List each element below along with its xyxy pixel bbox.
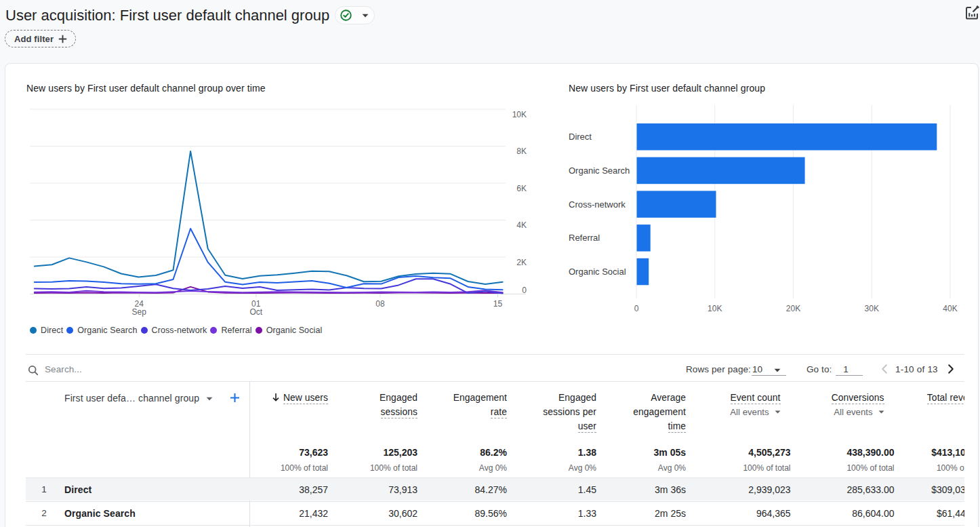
row-dimension-value[interactable]: Direct (64, 484, 91, 495)
pagination-range: 1-10 of 13 (895, 364, 938, 374)
legend-dot (30, 327, 37, 334)
x-axis-label: Sep (132, 307, 147, 317)
x-axis-label: 40K (943, 304, 957, 313)
row-dimension-value[interactable]: Organic Search (64, 508, 136, 519)
bar-category-label: Organic Social (569, 267, 626, 277)
line-series-organic-search (35, 229, 503, 290)
rows-per-page-caret-icon[interactable] (774, 368, 781, 372)
bar-organic-social[interactable] (637, 258, 649, 286)
bar-organic-search[interactable] (637, 157, 805, 184)
data-table: Search... Rows per page: 10 Go to: 1 1-1… (26, 354, 964, 527)
go-to-label: Go to: (807, 364, 832, 374)
legend-label: Direct (41, 326, 63, 335)
search-icon (28, 365, 39, 376)
legend-dot (256, 327, 262, 334)
row-number: 1 (39, 484, 49, 494)
legend-dot (141, 327, 148, 334)
bar-category-label: Cross-network (569, 199, 626, 210)
legend-item-direct[interactable]: Direct (30, 326, 63, 335)
x-axis-label: Oct (249, 307, 262, 317)
legend-item-referral[interactable]: Referral (210, 326, 251, 335)
column-header-total-revenue[interactable]: Total revenue (808, 391, 964, 405)
add-filter-button[interactable]: Add filter (5, 30, 76, 47)
row-cell: $61,442.93 (808, 508, 964, 519)
search-input[interactable]: Search... (45, 364, 82, 374)
y-axis-label: 0 (522, 286, 527, 295)
y-axis-label: 4K (516, 220, 527, 230)
header-top-divider (26, 381, 964, 382)
rows-per-page-label: Rows per page: (686, 364, 751, 374)
bar-cross-network[interactable] (637, 191, 716, 218)
y-axis-label: 2K (516, 258, 527, 267)
x-axis-label: 08 (375, 299, 385, 309)
x-axis-label: 10K (708, 304, 722, 313)
legend-dot (210, 327, 217, 334)
legend-label: Referral (221, 326, 251, 335)
y-axis-label: 10K (512, 110, 527, 119)
x-axis-label: 0 (634, 304, 639, 313)
totals-value: $413,103.01 (808, 447, 964, 458)
totals-subtext: 100% of total (808, 463, 964, 473)
legend-item-organic-search[interactable]: Organic Search (66, 326, 137, 335)
bar-category-label: Organic Search (569, 165, 630, 176)
prev-page-icon[interactable] (880, 363, 889, 375)
line-chart[interactable]: 02K4K6K8K10K24Sep01Oct0815 (26, 102, 535, 322)
bar-chart[interactable]: 010K20K30K40KDirectOrganic SearchCross-n… (546, 102, 980, 322)
x-axis-label: 30K (865, 304, 879, 313)
bar-chart-title: New users by First user default channel … (569, 83, 765, 94)
check-circle-icon (340, 9, 352, 21)
line-chart-title: New users by First user default channel … (26, 83, 266, 94)
plus-icon (58, 35, 67, 43)
legend-dot (66, 327, 73, 334)
bar-direct[interactable] (637, 123, 937, 151)
chevron-down-icon (362, 14, 369, 18)
y-axis-label: 8K (516, 147, 527, 156)
ga4-user-acquisition-report: User acquisition: First user default cha… (0, 0, 980, 527)
row-divider (26, 525, 964, 526)
line-series-referral (35, 290, 503, 292)
row-cell: $309,031.73 (808, 484, 964, 495)
go-to-underline (836, 375, 863, 376)
chevron-down-icon (878, 410, 884, 414)
metric-selector[interactable]: All events (708, 405, 884, 419)
report-validity-badge[interactable] (335, 6, 375, 24)
bar-category-label: Referral (569, 233, 600, 243)
legend-label: Organic Search (77, 326, 137, 335)
row-number: 2 (39, 508, 49, 518)
legend-item-cross-network[interactable]: Cross-network (141, 326, 207, 335)
bar-category-label: Direct (569, 132, 592, 142)
rows-per-page-select[interactable]: 10 (752, 364, 762, 374)
customize-report-button[interactable] (964, 5, 980, 21)
add-filter-label: Add filter (14, 34, 54, 44)
x-axis-label: 15 (493, 299, 503, 309)
legend-item-organic-social[interactable]: Organic Social (256, 326, 323, 335)
x-axis-label: 20K (786, 304, 800, 313)
line-series-direct (35, 151, 503, 284)
chart-legend: DirectOrganic SearchCross-networkReferra… (30, 326, 325, 335)
bar-referral[interactable] (637, 225, 651, 252)
rows-per-page-underline (752, 375, 786, 376)
go-to-input[interactable]: 1 (836, 364, 855, 374)
edit-chart-icon (964, 5, 980, 21)
row-divider (26, 477, 964, 478)
page-title: User acquisition: First user default cha… (5, 7, 329, 24)
row-divider (26, 501, 964, 502)
legend-label: Cross-network (152, 326, 207, 335)
legend-label: Organic Social (266, 326, 323, 335)
next-page-icon[interactable] (946, 363, 956, 375)
y-axis-label: 6K (516, 184, 527, 193)
